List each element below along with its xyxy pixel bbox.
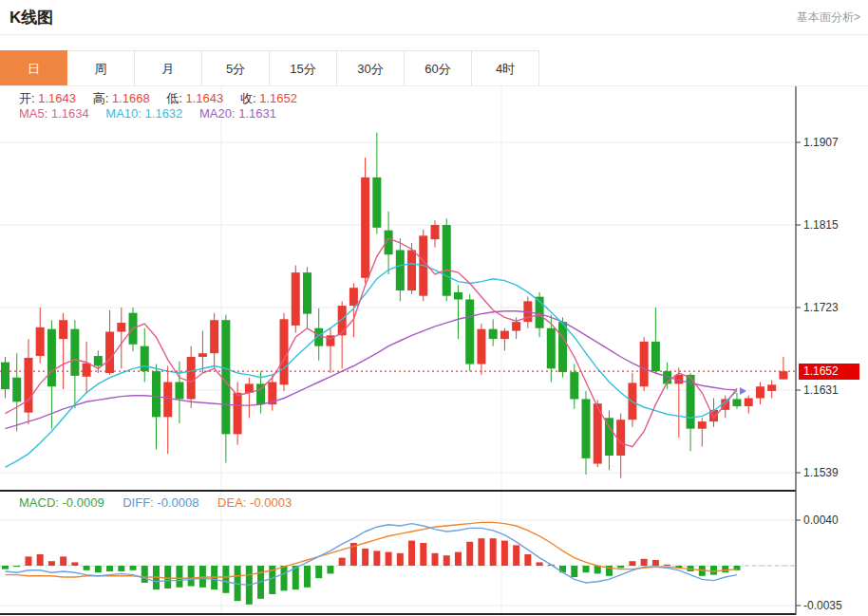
candle-body bbox=[640, 342, 649, 386]
candle-body bbox=[47, 329, 56, 387]
low-value: 1.1643 bbox=[186, 91, 224, 105]
candle-body bbox=[198, 353, 207, 357]
candle-body bbox=[372, 177, 381, 228]
macd-bar bbox=[48, 561, 55, 566]
dea-line bbox=[6, 522, 737, 578]
macd-value: MACD: -0.0009 bbox=[19, 495, 104, 510]
macd-bar bbox=[2, 566, 9, 569]
macd-bar bbox=[617, 566, 624, 568]
candle-body bbox=[512, 322, 520, 330]
page-header: K线图 基本面分析> bbox=[0, 0, 868, 35]
candle-body bbox=[477, 329, 485, 364]
ohlc-info-bar: 开: 1.1643 高: 1.1668 低: 1.1643 收: 1.1652 bbox=[19, 90, 311, 107]
period-tab-bar: 日 周 月 5分 15分 30分 60分 4时 bbox=[0, 50, 539, 86]
macd-bar bbox=[466, 542, 473, 566]
price-axis-label: 1.1815 bbox=[803, 217, 839, 233]
candle-body bbox=[500, 331, 509, 340]
candle-body bbox=[570, 372, 578, 399]
tab-4hour[interactable]: 4时 bbox=[472, 50, 539, 86]
macd-bar bbox=[478, 538, 484, 566]
candle-body bbox=[431, 225, 440, 239]
ma10-line bbox=[6, 264, 737, 468]
candle-body bbox=[163, 382, 172, 417]
macd-axis-label: 0.0040 bbox=[803, 513, 839, 528]
candle-body bbox=[59, 320, 67, 339]
tab-15min[interactable]: 15分 bbox=[270, 50, 337, 86]
macd-bar bbox=[455, 552, 462, 566]
macd-bar bbox=[315, 566, 322, 578]
fundamental-analysis-link[interactable]: 基本面分析> bbox=[797, 9, 860, 26]
macd-bar bbox=[490, 538, 497, 566]
diff-value: DIFF: -0.0008 bbox=[123, 495, 198, 510]
macd-bar bbox=[25, 556, 31, 566]
candle-body bbox=[152, 371, 160, 417]
candle-body bbox=[756, 386, 764, 398]
macd-bar bbox=[443, 555, 450, 566]
ma20-value: MA20: 1.1631 bbox=[199, 106, 276, 121]
kline-chart[interactable] bbox=[0, 86, 868, 616]
tab-30min[interactable]: 30分 bbox=[337, 50, 405, 86]
candle-body bbox=[221, 320, 230, 434]
candle-body bbox=[141, 346, 149, 371]
macd-bar bbox=[722, 566, 728, 572]
macd-bar bbox=[339, 558, 346, 566]
close-value: 1.1652 bbox=[259, 91, 297, 105]
macd-bar bbox=[281, 566, 288, 590]
candle-body bbox=[70, 329, 79, 376]
ma5-line bbox=[6, 238, 737, 446]
macd-bar bbox=[60, 556, 66, 566]
macd-bar bbox=[664, 565, 670, 566]
candle-body bbox=[210, 320, 218, 353]
macd-bar bbox=[386, 552, 392, 566]
price-axis-label: 1.1631 bbox=[803, 383, 839, 398]
candle-body bbox=[1, 363, 9, 389]
macd-bar bbox=[188, 566, 195, 587]
high-value: 1.1668 bbox=[112, 91, 150, 105]
candle-body bbox=[443, 225, 451, 296]
ma5-value: MA5: 1.1634 bbox=[19, 106, 89, 121]
ma10-value: MA10: 1.1632 bbox=[105, 106, 182, 121]
candle-body bbox=[767, 384, 776, 391]
candle-body bbox=[234, 393, 242, 435]
macd-bar bbox=[641, 559, 648, 566]
candle-body bbox=[465, 299, 474, 364]
macd-bar bbox=[652, 560, 659, 566]
macd-bar bbox=[594, 566, 601, 573]
candle-body bbox=[12, 378, 21, 402]
tab-day[interactable]: 日 bbox=[0, 50, 67, 86]
candle-body bbox=[651, 342, 660, 371]
macd-bar bbox=[95, 566, 102, 572]
chart-area: 开: 1.1643 高: 1.1668 低: 1.1643 收: 1.1652 … bbox=[0, 86, 868, 616]
candle-body bbox=[36, 327, 45, 356]
macd-bar bbox=[106, 566, 113, 571]
macd-bar bbox=[71, 562, 78, 566]
macd-bar bbox=[327, 566, 333, 573]
macd-bar bbox=[408, 541, 415, 566]
macd-bar bbox=[420, 543, 426, 566]
close-label: 收: bbox=[240, 91, 256, 105]
macd-bar bbox=[583, 566, 590, 572]
candle-body bbox=[94, 356, 103, 365]
macd-bar bbox=[513, 545, 519, 566]
tab-60min[interactable]: 60分 bbox=[405, 50, 472, 86]
open-value: 1.1643 bbox=[38, 91, 76, 105]
macd-bar bbox=[176, 566, 182, 588]
tab-month[interactable]: 月 bbox=[135, 50, 202, 86]
ma-arrow-icon bbox=[740, 387, 746, 395]
candle-body bbox=[117, 323, 125, 331]
macd-bar bbox=[304, 566, 311, 588]
price-axis-label: 1.1907 bbox=[803, 135, 839, 150]
macd-bar bbox=[84, 566, 90, 570]
candle-body bbox=[547, 328, 556, 369]
candle-body bbox=[396, 250, 405, 290]
tab-5min[interactable]: 5分 bbox=[202, 50, 270, 86]
macd-bar bbox=[629, 561, 635, 566]
candle-body bbox=[605, 418, 613, 456]
macd-bar bbox=[164, 566, 171, 588]
low-label: 低: bbox=[166, 91, 182, 105]
tab-week[interactable]: 周 bbox=[67, 50, 135, 86]
candle-body bbox=[745, 399, 753, 407]
candle-body bbox=[314, 328, 323, 346]
macd-info-bar: MACD: -0.0009 DIFF: -0.0008 DEA: -0.0003 bbox=[19, 495, 292, 510]
macd-bar bbox=[362, 549, 368, 566]
